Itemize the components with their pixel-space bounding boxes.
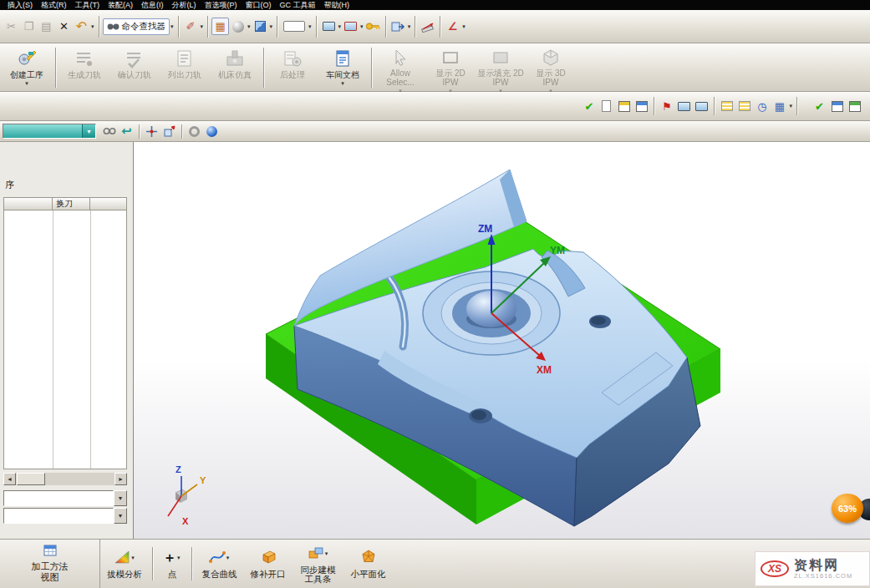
key-icon[interactable] [364,18,382,35]
blue-ball-icon[interactable] [203,123,221,140]
column-name[interactable] [4,198,53,210]
selection-scope-combo[interactable]: ▼ [3,124,96,139]
saturn-sphere-icon[interactable] [186,123,203,140]
table-blue2-icon[interactable] [828,98,846,115]
scroll-track[interactable] [45,473,114,485]
filter-dropdown-2-icon[interactable]: ▼ [114,508,127,524]
grid-search-icon[interactable]: ▦ [771,98,788,115]
generate-toolpath-button[interactable]: 生成刀轨 [60,45,109,90]
menu-help[interactable]: 帮助(H) [320,0,354,10]
flag-icon[interactable]: ⚑ [658,98,675,115]
move-object-icon[interactable] [143,123,160,140]
brush-dropdown-icon[interactable]: ▾ [201,23,204,30]
command-finder-dropdown-icon[interactable]: ▾ [170,23,174,30]
export-dropdown-icon[interactable]: ▾ [408,23,411,30]
sphere-dropdown-icon[interactable]: ▾ [247,23,251,30]
scroll-right-button[interactable]: ► [114,473,127,485]
shop-documentation-dropdown-icon[interactable]: ▾ [341,80,344,87]
copy-object-icon[interactable] [160,123,178,140]
menu-preferences[interactable]: 首选项(P) [201,0,242,10]
menu-format[interactable]: 格式(R) [37,0,71,10]
list-yellow-icon[interactable] [718,98,735,115]
menu-information[interactable]: 信息(I) [137,0,168,10]
machine-simulation-button[interactable]: 机床仿真 [211,45,259,90]
navigator-tree-area[interactable] [3,210,127,469]
selection-scope-dropdown-icon[interactable]: ▼ [82,124,95,138]
cut-icon[interactable]: ✂ [3,18,20,35]
scroll-left-button[interactable]: ◄ [3,473,16,485]
table-green-icon[interactable] [846,98,863,115]
navigator-filter-combo-1[interactable]: ▼ [3,490,127,506]
view-section-icon[interactable] [342,18,359,35]
table-yellow-icon[interactable] [615,98,633,115]
draft-analysis-button[interactable]: ▾ 拔模分析 [100,540,149,588]
table-blue-icon[interactable] [633,98,650,115]
display-dropdown-icon[interactable]: ▾ [789,103,792,109]
filter-field-1[interactable] [3,490,114,506]
return-arrow-icon[interactable]: ↩ [118,123,135,140]
monitor-alt-icon[interactable] [693,98,710,115]
sync-modeling-button[interactable]: ▾ 同步建模工具条 [293,540,344,588]
filter-dropdown-1-icon[interactable]: ▼ [114,490,127,506]
brush-icon[interactable]: ✐ [182,18,200,35]
show-filled-2d-ipw-button[interactable]: 显示填充 2D IPW ▾ [476,45,525,90]
navigator-hscrollbar[interactable]: ◄ ► [3,473,127,485]
facet-button[interactable]: 小平面化 [344,540,393,588]
glasses-icon[interactable] [100,123,118,140]
scroll-thumb[interactable] [17,473,45,485]
cube-dropdown-icon[interactable]: ▾ [270,23,273,30]
filter-field-2[interactable] [3,508,114,524]
paste-icon[interactable]: ▤ [38,18,55,35]
menu-insert[interactable]: 插入(S) [3,0,37,10]
composite-curve-button[interactable]: ▾ 复合曲线 [196,540,244,588]
point-button[interactable]: ＋ ▾ 点 [156,540,188,588]
copy-icon[interactable]: ❐ [20,18,38,35]
render-style-selector[interactable] [281,18,308,35]
menu-tools[interactable]: 工具(T) [71,0,104,10]
undo-dropdown-icon[interactable]: ▾ [91,23,94,30]
menu-analysis[interactable]: 分析(L) [168,0,201,10]
view-orient-dropdown-icon[interactable]: ▾ [338,23,342,30]
allow-selection-button[interactable]: Allow Selec... ▾ [376,45,425,90]
second-check-icon[interactable]: ✔ [811,98,828,115]
render-style-dropdown-icon[interactable]: ▾ [308,23,312,30]
export-icon[interactable] [389,18,407,35]
machining-method-view-button[interactable]: 加工方法视图 [0,540,100,588]
create-operation-dropdown-icon[interactable]: ▾ [25,80,28,87]
command-finder-button[interactable]: 命令查找器 [103,18,170,35]
first-check-icon[interactable]: ✔ [580,98,598,115]
sync-modeling-dropdown-icon[interactable]: ▾ [325,550,328,557]
navigator-filter-combo-2[interactable]: ▼ [3,508,127,524]
snap-point-icon[interactable]: ▦ [211,18,229,35]
composite-curve-dropdown-icon[interactable]: ▾ [226,555,230,561]
create-operation-button[interactable]: 创建工序 ▾ [3,45,51,90]
measure-distance-icon[interactable] [419,18,436,35]
delete-icon[interactable]: ✕ [55,18,73,35]
point-dropdown-icon[interactable]: ▾ [177,555,181,561]
column-tool-change[interactable]: 换刀 [53,198,90,210]
view-section-dropdown-icon[interactable]: ▾ [360,23,364,30]
measure-angle-icon[interactable]: ∠ [444,18,461,35]
show-3d-ipw-button[interactable]: 显示 3D IPW ▾ [527,45,575,90]
draft-analysis-dropdown-icon[interactable]: ▾ [131,555,135,561]
cube-tool-icon[interactable] [252,18,269,35]
clock-icon[interactable]: ◷ [753,98,771,115]
column-extra[interactable] [90,198,126,210]
menu-gc-toolbox[interactable]: GC 工具箱 [276,0,320,10]
show-2d-ipw-button[interactable]: 显示 2D IPW ▾ [426,45,475,90]
monitor-icon[interactable] [675,98,693,115]
edit-page-icon[interactable] [598,98,615,115]
menu-assembly[interactable]: 装配(A) [104,0,137,10]
sphere-tool-icon[interactable] [229,18,247,35]
measure-angle-dropdown-icon[interactable]: ▾ [462,23,466,30]
menu-window[interactable]: 窗口(O) [242,0,276,10]
patch-opening-button[interactable]: 修补开口 [244,540,293,588]
graphics-window[interactable]: ZM YM XM Z Y X 63% [134,142,870,539]
view-orient-icon[interactable] [320,18,338,35]
shop-documentation-button[interactable]: 车间文档 ▾ [318,45,367,90]
list-edit-icon[interactable] [735,98,753,115]
verify-toolpath-button[interactable]: 确认刀轨 [110,45,159,90]
undo-icon[interactable]: ↶ [73,18,90,35]
postprocess-button[interactable]: 后处理 [268,45,317,90]
list-toolpath-button[interactable]: 列出刀轨 [160,45,209,90]
